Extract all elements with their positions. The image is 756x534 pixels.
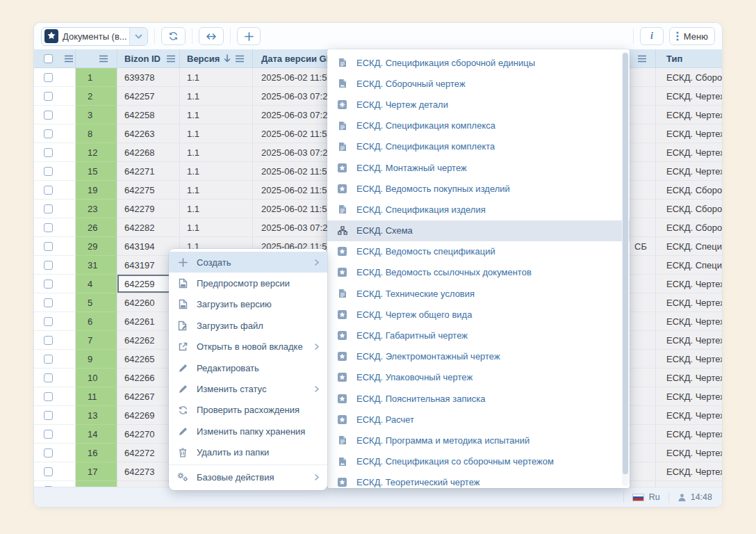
language-switcher[interactable]: Ru (632, 492, 660, 502)
cell-row-number: 29 (76, 237, 117, 256)
submenu-item[interactable]: ЕСКД. Схема (327, 220, 630, 241)
header-version[interactable]: Версия (180, 49, 253, 67)
context-menu-item-label: Открыть в новой вкладке (197, 341, 303, 352)
submenu-item[interactable]: ЕСКД. Сборочный чертеж (327, 73, 630, 94)
row-checkbox[interactable] (44, 129, 53, 138)
cell-row-number: 16 (76, 444, 117, 462)
row-checkbox[interactable] (44, 411, 53, 420)
row-checkbox[interactable] (44, 111, 53, 120)
row-checkbox[interactable] (44, 317, 53, 326)
kebab-icon (676, 31, 679, 41)
context-menu-item[interactable]: Открыть в новой вкладке (169, 337, 327, 357)
row-checkbox[interactable] (44, 261, 53, 270)
row-checkbox[interactable] (44, 73, 53, 82)
cell-checkbox (34, 256, 76, 275)
row-checkbox[interactable] (44, 467, 53, 476)
context-menu-item[interactable]: Изменить папку хранения (169, 421, 327, 442)
collection-select[interactable]: Документы (в... (41, 27, 148, 46)
hamburger-icon[interactable] (99, 55, 108, 63)
header-version-label: Версия (187, 54, 220, 64)
row-checkbox[interactable] (44, 223, 53, 232)
row-checkbox[interactable] (44, 430, 53, 439)
chevron-down-icon[interactable] (129, 28, 147, 45)
cell-checkbox (34, 124, 76, 143)
cell-row-number: 11 (76, 387, 117, 406)
refresh-button[interactable] (161, 27, 186, 45)
submenu-item[interactable]: ЕСКД. Спецификация комплекта (327, 136, 630, 157)
context-menu-item[interactable]: Базовые действия (169, 467, 327, 487)
row-checkbox[interactable] (44, 186, 53, 195)
context-menu-item-label: Создать (197, 257, 231, 268)
submenu-item[interactable]: ЕСКД. Ведомость спецификаций (327, 241, 630, 262)
plus-icon (245, 32, 254, 41)
sort-down-icon[interactable] (224, 54, 231, 63)
context-menu-item[interactable]: Проверить расхождения (169, 400, 327, 421)
row-checkbox[interactable] (44, 373, 53, 382)
row-checkbox[interactable] (44, 355, 53, 364)
header-type-label: Тип (666, 54, 682, 64)
context-menu-item[interactable]: Загрузить версию (169, 294, 327, 315)
submenu-item[interactable]: ЕСКД. Пояснительная записка (327, 388, 630, 409)
submenu-item[interactable]: ЕСКД. Спецификация комплекса (327, 115, 630, 136)
submenu-item[interactable]: ЕСКД. Упаковочный чертеж (327, 367, 630, 388)
submenu-item[interactable]: ЕСКД. Монтажный чертеж (327, 157, 630, 178)
submenu-item[interactable]: ЕСКД. Ведомость покупных изделий (327, 178, 630, 199)
cell-checkbox (34, 481, 76, 487)
row-checkbox[interactable] (44, 280, 53, 289)
row-checkbox[interactable] (44, 148, 53, 157)
menu-button[interactable]: Меню (669, 27, 715, 45)
context-menu-item[interactable]: Изменить статус (169, 378, 327, 399)
chevron-right-icon (315, 341, 319, 352)
cell-row-number: 5 (76, 293, 117, 312)
submenu-item[interactable]: ЕСКД. Электромонтажный чертеж (327, 346, 630, 367)
submenu-item[interactable]: ЕСКД. Теоретический чертеж (327, 472, 630, 488)
context-menu-item[interactable]: Загрузить файл (169, 315, 327, 336)
submenu-item-label: ЕСКД. Монтажный чертеж (356, 163, 467, 173)
hamburger-icon[interactable] (64, 55, 74, 63)
submenu-item[interactable]: ЕСКД. Технические условия (327, 283, 630, 304)
hamburger-icon[interactable] (235, 55, 245, 63)
info-button[interactable]: i (640, 27, 664, 45)
submenu-item[interactable]: ЕСКД. Чертеж детали (327, 94, 630, 115)
submenu-scrollbar[interactable] (622, 51, 629, 486)
submenu-scrollbar-thumb[interactable] (623, 53, 628, 474)
add-button[interactable] (237, 27, 261, 45)
resize-columns-button[interactable] (199, 27, 224, 45)
submenu-item[interactable]: ЕСКД. Программа и методика испытаний (327, 430, 630, 451)
cell-type: ЕСКД. Чертеж (656, 143, 722, 162)
row-checkbox[interactable] (44, 204, 53, 213)
cell-version: 1.1 (180, 181, 253, 200)
submenu-item-label: ЕСКД. Упаковочный чертеж (356, 372, 472, 382)
header-type[interactable]: Тип (656, 49, 722, 67)
language-label: Ru (649, 492, 660, 502)
submenu-item-label: ЕСКД. Спецификация изделия (356, 204, 486, 215)
context-menu-item[interactable]: Предпросмотр версии (169, 273, 327, 293)
session-time[interactable]: 14:48 (677, 492, 712, 502)
cell-bizon-id: 642275 (117, 181, 180, 200)
refresh-icon (168, 31, 179, 41)
create-submenu: ЕСКД. Спецификация сборочной единицыЕСКД… (327, 49, 630, 488)
submenu-item[interactable]: ЕСКД. Спецификация сборочной единицы (327, 52, 630, 73)
hamburger-icon[interactable] (637, 55, 647, 63)
header-bizon-id[interactable]: Bizon ID (117, 49, 180, 67)
submenu-item[interactable]: ЕСКД. Ведомость ссылочных документов (327, 262, 630, 283)
row-checkbox[interactable] (44, 242, 53, 251)
submenu-item[interactable]: ЕСКД. Габаритный чертеж (327, 325, 630, 346)
row-checkbox[interactable] (44, 448, 53, 458)
submenu-item[interactable]: ЕСКД. Расчет (327, 409, 630, 430)
row-checkbox[interactable] (44, 392, 53, 401)
row-checkbox[interactable] (44, 92, 53, 101)
hamburger-icon[interactable] (166, 55, 176, 63)
cell-row-number: 17 (76, 462, 117, 481)
context-menu-item[interactable]: Создать (169, 252, 327, 273)
submenu-item[interactable]: ЕСКД. Спецификация со сборочным чертежом (327, 451, 630, 472)
row-checkbox[interactable] (44, 298, 53, 307)
row-checkbox[interactable] (44, 336, 53, 345)
submenu-item[interactable]: ЕСКД. Чертеж общего вида (327, 304, 630, 325)
row-checkbox[interactable] (44, 167, 53, 176)
context-menu-item[interactable]: Удалить из папки (169, 442, 327, 463)
submenu-item[interactable]: ЕСКД. Спецификация изделия (327, 199, 630, 220)
context-menu-item[interactable]: Редактировать (169, 357, 327, 378)
submenu-item-label: ЕСКД. Технические условия (356, 289, 475, 299)
select-all-checkbox[interactable] (44, 54, 53, 63)
